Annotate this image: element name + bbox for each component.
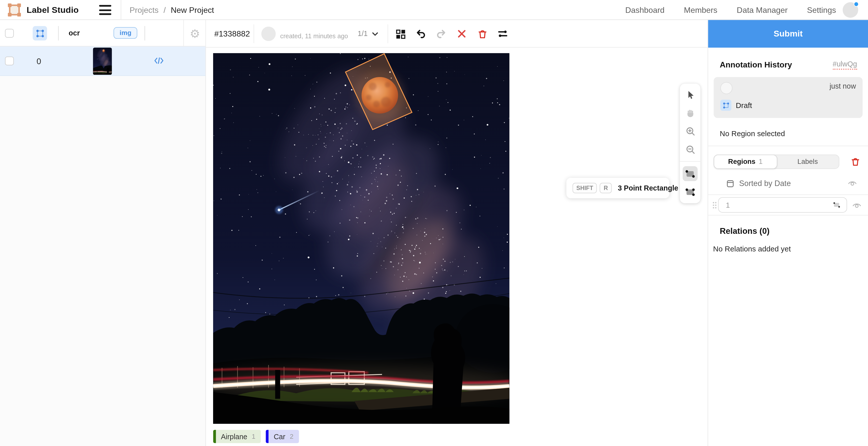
breadcrumb-separator: /	[163, 5, 166, 14]
annotation-side-panel: Submit Annotation History #ulwQg just no…	[708, 20, 868, 446]
app-title: Label Studio	[27, 5, 79, 15]
drag-handle-icon[interactable]	[710, 200, 718, 210]
nav-settings[interactable]: Settings	[807, 5, 836, 14]
app-brand: Label Studio	[7, 3, 79, 17]
code-icon	[154, 57, 164, 64]
user-avatar[interactable]	[843, 2, 858, 18]
rectangle-tool-button[interactable]	[683, 166, 698, 181]
history-title: Annotation History	[720, 60, 792, 69]
r-key-chip: R	[600, 183, 612, 193]
header-divider-2	[145, 26, 145, 40]
select-all-checkbox[interactable]	[5, 29, 14, 37]
next-task-button[interactable]	[497, 28, 509, 40]
rectangle-tool-icon	[685, 168, 695, 179]
close-x-icon	[457, 29, 467, 39]
grid-icon	[395, 28, 406, 39]
region-item-box[interactable]: 1	[718, 197, 847, 213]
nav-dashboard[interactable]: Dashboard	[625, 5, 664, 14]
annotation-workspace: #1338882 created, 11 minutes ago 1/1	[206, 20, 708, 446]
region-overlay	[213, 53, 509, 424]
task-id: #1338882	[214, 29, 250, 38]
tab-labels-label: Labels	[798, 158, 818, 166]
task-list-header: ocr img ⚙	[0, 20, 205, 47]
task-thumbnail	[93, 48, 112, 75]
draft-status: Draft	[736, 101, 752, 110]
eye-icon	[848, 178, 857, 188]
regions-count: 1	[759, 158, 763, 166]
toggle-all-regions-visibility-button[interactable]	[848, 178, 857, 188]
pan-tool-button[interactable]	[683, 105, 698, 120]
label-chip-airplane[interactable]: Airplane 1	[213, 430, 261, 443]
label-chip-car[interactable]: Car 2	[266, 430, 299, 443]
breadcrumb-current-project[interactable]: New Project	[171, 5, 214, 14]
redo-icon	[436, 28, 447, 39]
annotation-pager[interactable]: 1/1	[358, 29, 368, 38]
nav-data-manager[interactable]: Data Manager	[737, 5, 787, 14]
shift-key-chip: SHIFT	[572, 183, 597, 193]
task-row-index: 0	[36, 56, 41, 66]
region-id: 1	[726, 201, 730, 209]
tab-regions-label: Regions	[728, 158, 755, 166]
gear-icon[interactable]: ⚙	[190, 27, 200, 39]
trash-icon	[850, 157, 861, 167]
delete-regions-button[interactable]	[850, 157, 861, 167]
toggle-region-visibility-button[interactable]	[852, 200, 862, 210]
cursor-icon	[685, 89, 695, 99]
submit-button[interactable]: Submit	[708, 20, 868, 48]
nav-members[interactable]: Members	[684, 5, 717, 14]
airplane-region-annotation[interactable]	[345, 54, 412, 129]
sort-by-date-icon	[726, 179, 735, 187]
sort-order-row[interactable]: Sorted by Date	[726, 178, 857, 188]
redo-button[interactable]	[435, 28, 447, 40]
breadcrumb-projects[interactable]: Projects	[130, 5, 158, 14]
tab-labels[interactable]: Labels	[776, 155, 839, 168]
draft-history-item[interactable]: just now Draft	[714, 77, 863, 118]
label-studio-logo-icon	[7, 3, 22, 17]
task-header: #1338882 created, 11 minutes ago 1/1	[206, 20, 708, 48]
chevron-down-icon[interactable]	[371, 30, 379, 40]
annotation-id-link[interactable]: #ulwQg	[833, 60, 857, 70]
annotation-canvas[interactable]	[213, 53, 509, 424]
zoom-out-icon	[685, 144, 695, 154]
task-actions	[394, 20, 509, 48]
topbar-divider	[121, 0, 121, 20]
menu-hamburger-icon[interactable]	[99, 5, 111, 15]
zoom-out-tool-button[interactable]	[683, 142, 698, 156]
label-hotkey: 2	[290, 433, 293, 441]
notification-dot	[854, 2, 859, 7]
zoom-in-icon	[685, 126, 695, 136]
zoom-in-tool-button[interactable]	[683, 124, 698, 139]
region-list-item[interactable]: 1	[708, 194, 868, 215]
header-divider	[254, 24, 254, 43]
task-source-button[interactable]	[154, 56, 164, 66]
header-divider	[58, 26, 59, 40]
eye-icon	[852, 200, 862, 210]
tooltip-label: 3 Point Rectangle	[618, 184, 678, 192]
move-tool-button[interactable]	[683, 87, 698, 102]
trash-icon	[477, 28, 488, 39]
breadcrumb: Projects / New Project	[130, 0, 214, 20]
task-row[interactable]: 0	[0, 47, 205, 76]
delete-task-button[interactable]	[476, 28, 488, 40]
top-bar: Label Studio Projects / New Project Dash…	[0, 0, 868, 20]
three-point-rectangle-tool-icon	[685, 187, 695, 197]
draft-type-icon	[720, 100, 732, 111]
reject-button[interactable]	[456, 28, 468, 40]
undo-button[interactable]	[415, 28, 427, 40]
hand-icon	[685, 108, 695, 118]
toolbar-divider	[680, 161, 700, 161]
label-color-bar	[213, 430, 216, 443]
three-point-rectangle-tool-button[interactable]	[683, 184, 698, 199]
region-type-rectangle-icon	[832, 201, 841, 209]
annotations-column-button[interactable]	[33, 26, 47, 40]
tab-regions[interactable]: Regions 1	[714, 154, 777, 169]
label-hotkey: 1	[252, 433, 256, 441]
undo-icon	[415, 28, 426, 39]
top-nav: Dashboard Members Data Manager Settings	[625, 0, 836, 20]
bounding-box-icon	[35, 28, 44, 38]
sliders-icon	[497, 28, 508, 39]
task-row-checkbox[interactable]	[5, 56, 14, 65]
column-type-badge: img	[114, 27, 137, 39]
tools-toolbar	[680, 84, 700, 203]
grid-view-button[interactable]	[394, 28, 406, 40]
